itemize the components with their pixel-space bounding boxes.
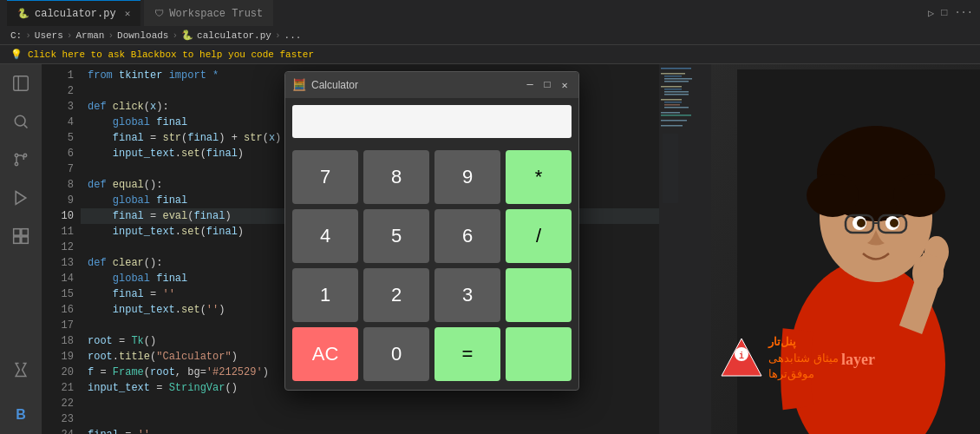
sidebar-item-blackbox[interactable]: B bbox=[9, 403, 33, 427]
calc-btn-9[interactable]: 9 bbox=[434, 150, 500, 204]
info-bulb-icon: 💡 bbox=[10, 49, 23, 60]
calculator-display[interactable] bbox=[292, 105, 572, 138]
svg-point-4 bbox=[23, 154, 26, 156]
sidebar-item-test[interactable] bbox=[9, 358, 33, 382]
svg-rect-23 bbox=[661, 112, 680, 114]
svg-rect-19 bbox=[661, 99, 682, 101]
calc-btn-6[interactable]: 6 bbox=[434, 209, 500, 263]
calc-btn-8[interactable]: 8 bbox=[363, 150, 429, 204]
svg-marker-5 bbox=[16, 192, 26, 205]
svg-rect-24 bbox=[661, 115, 691, 116]
tab-calculator-label: calculator.py bbox=[35, 8, 116, 20]
sidebar-item-run[interactable] bbox=[9, 186, 33, 210]
svg-point-3 bbox=[15, 162, 17, 165]
code-line-24: final = '' bbox=[81, 427, 659, 434]
calculator-maximize-btn[interactable]: □ bbox=[540, 78, 554, 92]
calculator-window: 🧮 Calculator — □ ✕ 7 8 9 * 4 5 6 / 1 2 bbox=[284, 71, 579, 391]
code-line-23 bbox=[81, 411, 659, 427]
minimap bbox=[659, 64, 711, 434]
sidebar-item-search[interactable] bbox=[9, 109, 33, 134]
svg-rect-15 bbox=[661, 86, 682, 88]
calc-btn-multiply[interactable]: * bbox=[506, 150, 572, 204]
sidebar-item-source-control[interactable] bbox=[9, 148, 33, 172]
svg-rect-9 bbox=[22, 237, 29, 244]
calc-btn-extra[interactable] bbox=[506, 327, 572, 381]
calc-btn-7[interactable]: 7 bbox=[292, 150, 358, 204]
svg-rect-18 bbox=[664, 94, 689, 95]
svg-point-40 bbox=[890, 219, 898, 227]
calc-btn-4[interactable]: 4 bbox=[292, 209, 358, 263]
calc-btn-plus-placeholder[interactable] bbox=[506, 268, 572, 322]
breadcrumb-arman[interactable]: Arman bbox=[75, 30, 104, 41]
sidebar-item-extensions[interactable] bbox=[9, 224, 33, 248]
svg-point-32 bbox=[807, 174, 859, 217]
svg-rect-16 bbox=[664, 89, 682, 90]
breadcrumb-sep-3: › bbox=[108, 30, 114, 41]
code-line-22 bbox=[81, 396, 659, 411]
run-icon[interactable]: ▷ bbox=[928, 7, 934, 20]
svg-rect-21 bbox=[664, 104, 680, 106]
person-background: layer i پنل‌تار میثاق شتابدهی موفق‌ترها bbox=[711, 64, 980, 434]
person-area: layer i پنل‌تار میثاق شتابدهی موفق‌ترها bbox=[711, 64, 980, 434]
watermark-line3: موفق‌ترها bbox=[768, 366, 839, 382]
breadcrumb-users[interactable]: Users bbox=[35, 30, 63, 41]
breadcrumb-downloads[interactable]: Downloads bbox=[117, 30, 168, 41]
more-actions-icon[interactable]: ··· bbox=[954, 7, 973, 19]
calc-btn-1[interactable]: 1 bbox=[292, 268, 358, 322]
calc-btn-0[interactable]: 0 bbox=[363, 327, 429, 381]
svg-rect-8 bbox=[14, 237, 21, 244]
workspace-icon: 🛡 bbox=[154, 8, 164, 19]
svg-rect-14 bbox=[664, 81, 689, 82]
calculator-title-text: Calculator bbox=[311, 79, 519, 91]
svg-rect-7 bbox=[22, 229, 29, 236]
svg-point-39 bbox=[857, 219, 866, 227]
svg-rect-13 bbox=[664, 78, 692, 80]
svg-rect-10 bbox=[661, 68, 691, 69]
svg-rect-20 bbox=[664, 102, 682, 103]
svg-rect-27 bbox=[663, 134, 678, 203]
tab-close-icon[interactable]: ✕ bbox=[125, 8, 131, 19]
calc-btn-divide[interactable]: / bbox=[506, 209, 572, 263]
calculator-close-btn[interactable]: ✕ bbox=[558, 78, 572, 92]
svg-point-1 bbox=[15, 115, 25, 126]
svg-rect-22 bbox=[664, 107, 689, 108]
svg-point-2 bbox=[15, 154, 17, 156]
svg-text:i: i bbox=[739, 352, 744, 361]
calculator-buttons: 7 8 9 * 4 5 6 / 1 2 3 AC 0 = bbox=[285, 145, 578, 390]
breadcrumb-sep-1: › bbox=[25, 30, 31, 41]
calc-btn-equals[interactable]: = bbox=[434, 327, 500, 381]
tab-workspace-trust[interactable]: 🛡 Workspace Trust bbox=[144, 0, 273, 26]
calc-btn-3[interactable]: 3 bbox=[434, 268, 500, 322]
svg-rect-26 bbox=[661, 125, 683, 127]
calc-btn-5[interactable]: 5 bbox=[363, 209, 429, 263]
line-numbers: 12345 678910 1112131415 1617181920 21222… bbox=[42, 64, 81, 434]
editor-container: 12345 678910 1112131415 1617181920 21222… bbox=[42, 64, 711, 434]
info-bar-text: Click here to ask Blackbox to help you c… bbox=[28, 49, 314, 60]
breadcrumb-filename[interactable]: calculator.py bbox=[197, 30, 271, 41]
calculator-title-icon: 🧮 bbox=[292, 78, 306, 92]
svg-rect-25 bbox=[661, 120, 687, 122]
breadcrumb-file-icon: 🐍 bbox=[181, 30, 193, 41]
breadcrumb-sep-5: › bbox=[275, 30, 281, 41]
calc-btn-ac[interactable]: AC bbox=[292, 327, 358, 381]
blackbox-info-bar[interactable]: 💡 Click here to ask Blackbox to help you… bbox=[0, 45, 980, 64]
breadcrumb-sep-4: › bbox=[172, 30, 178, 41]
breadcrumb-drive[interactable]: C: bbox=[10, 30, 22, 41]
calc-btn-2[interactable]: 2 bbox=[363, 268, 429, 322]
watermark-overlay: i پنل‌تار میثاق شتابدهی موفق‌ترها bbox=[720, 334, 839, 382]
calculator-minimize-btn[interactable]: — bbox=[523, 78, 537, 92]
watermark-line2: میثاق شتابدهی bbox=[768, 351, 839, 366]
breadcrumb: C: › Users › Arman › Downloads › 🐍 calcu… bbox=[0, 26, 980, 45]
watermark-line1: پنل‌تار bbox=[768, 334, 839, 350]
tab-calculator[interactable]: 🐍 calculator.py ✕ bbox=[7, 0, 140, 26]
svg-rect-0 bbox=[14, 76, 29, 91]
svg-point-33 bbox=[893, 174, 945, 217]
svg-rect-12 bbox=[664, 76, 682, 77]
svg-rect-6 bbox=[14, 229, 21, 236]
main-layout: B 12345 678910 1112131415 1617181920 212… bbox=[0, 64, 980, 434]
split-editor-icon[interactable]: □ bbox=[941, 7, 947, 19]
sidebar-item-explorer[interactable] bbox=[9, 71, 33, 95]
tab-workspace-label: Workspace Trust bbox=[169, 8, 263, 20]
breadcrumb-more[interactable]: ... bbox=[284, 30, 302, 41]
svg-rect-17 bbox=[664, 91, 689, 93]
